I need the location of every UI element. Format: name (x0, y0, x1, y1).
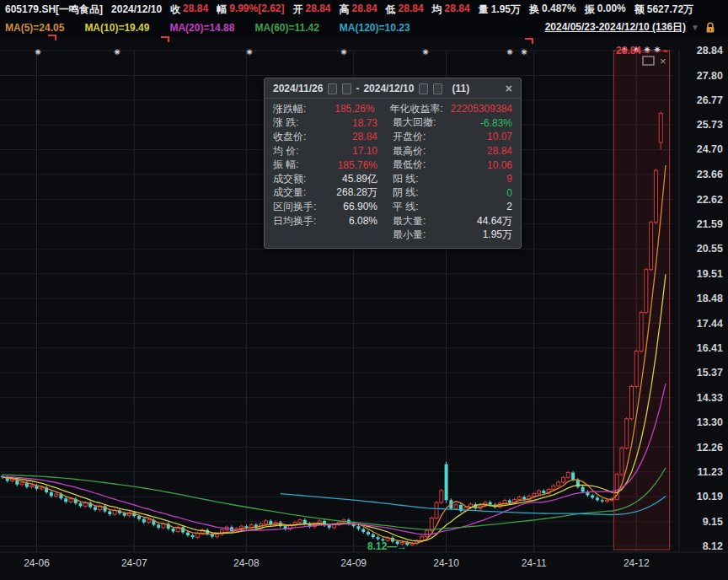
candle-body-down (50, 492, 53, 497)
candle-body-down (361, 529, 365, 532)
candle-body-down (601, 500, 604, 501)
stat-label: 涨 跌: (273, 115, 325, 130)
stat-value: 18.73 (325, 117, 377, 129)
range-end-date: 2024/12/10 (363, 83, 414, 94)
candle-body-up (629, 386, 633, 418)
stat-value: 0 (455, 187, 512, 199)
x-axis-tick-label[interactable]: 24-06 (24, 557, 50, 569)
candle-body-down (367, 532, 370, 534)
candle-body-down (581, 487, 585, 492)
candle-body-up (20, 483, 24, 485)
stat-label: 均 价: (273, 144, 325, 158)
candle-body-down (356, 526, 360, 529)
y-axis-tick-label: 25.73 (697, 119, 723, 131)
candle-body-up (435, 502, 438, 518)
y-axis-tick-label: 21.59 (697, 218, 723, 230)
candle-body-up (30, 486, 34, 487)
candle-body-down (108, 512, 111, 514)
y-axis-tick-label: 11.23 (697, 466, 723, 478)
candle-body-down (94, 507, 97, 509)
stat-label: 最小量: (393, 228, 455, 242)
stat-value: 10.07 (455, 131, 512, 142)
x-axis-tick-label[interactable]: 24-11 (522, 557, 547, 569)
high-price-flag: 28.84→ (616, 45, 651, 56)
stats-row: 最小量:1.95万 (273, 228, 512, 242)
asterisk-marker: ✳ (114, 48, 120, 56)
y-axis-tick-label: 23.66 (697, 169, 723, 180)
candle-body-up (538, 491, 541, 493)
stats-row: 均 价:17.10最高价:28.84 (273, 144, 512, 158)
x-axis-tick-label[interactable]: 24-10 (433, 557, 459, 569)
close-icon[interactable]: × (504, 83, 514, 94)
stat-label: 最高价: (393, 144, 455, 158)
ma-line-20 (3, 384, 666, 534)
stats-row: 日均换手:6.08%最大量:44.64万 (273, 214, 512, 228)
candle-body-up (557, 482, 560, 486)
candle-body-down (542, 491, 545, 493)
stats-row: 成交额:45.89亿阳 线:9 (273, 172, 512, 186)
y-axis-tick-label: 20.55 (697, 243, 723, 255)
y-axis-tick-label: 18.48 (697, 293, 723, 304)
x-axis-tick-label[interactable]: 24-07 (121, 557, 147, 569)
stat-value: 28.84 (325, 131, 377, 142)
candle-body-up (430, 518, 433, 531)
candle-body-up (625, 419, 629, 448)
x-axis-tick-label[interactable]: 24-09 (340, 557, 367, 569)
candle-body-up (69, 499, 72, 502)
stats-row: 涨跌幅:185.26%年化收益率:22205309384 (273, 102, 512, 116)
y-axis-tick-label: 14.33 (697, 392, 723, 404)
candle-body-down (137, 516, 141, 518)
asterisk-marker: ✳ (506, 48, 513, 56)
x-axis-tick-label[interactable]: 24-08 (233, 557, 260, 569)
stat-label: 日均换手: (273, 214, 325, 228)
candle-body-up (659, 114, 662, 142)
y-axis-tick-label: 12.26 (697, 442, 723, 454)
candle-body-down (123, 513, 126, 516)
asterisk-marker: ✳ (340, 48, 347, 56)
candle-body-down (157, 524, 160, 527)
candle-body-up (55, 494, 58, 496)
candle-body-up (11, 480, 14, 481)
range-stats-panel-body: 涨跌幅:185.26%年化收益率:22205309384涨 跌:18.73最大回… (265, 99, 521, 248)
stat-label: 阳 线: (393, 172, 455, 186)
range-stats-panel: 2024/11/26 - 2024/12/10 (11) × 涨跌幅:185.2… (264, 78, 522, 249)
stats-row: 涨 跌:18.73最大回撤:-6.83% (273, 116, 512, 131)
stats-row: 收盘价:28.84开盘价:10.07 (273, 130, 512, 144)
stat-value: 44.64万 (455, 214, 512, 228)
stat-label: 阴 线: (393, 185, 455, 200)
stat-value: 17.10 (325, 145, 377, 157)
candle-body-down (79, 503, 83, 506)
stat-value: 66.90% (325, 201, 377, 212)
candle-body-up (517, 497, 521, 500)
asterisk-marker: ✳ (246, 48, 253, 56)
candle-body-up (147, 520, 151, 523)
candle-body-up (654, 170, 657, 223)
candle-body-down (445, 465, 448, 501)
stat-label: 成交量: (273, 185, 325, 200)
candle-body-up (195, 534, 199, 538)
candle-body-down (172, 529, 175, 531)
y-axis-tick-label: 24.70 (697, 143, 723, 155)
date-stepper-icon[interactable] (433, 83, 442, 94)
candle-body-up (634, 351, 638, 386)
y-axis-tick-label: 8.12 (703, 540, 723, 552)
asterisk-marker: ✳ (35, 48, 41, 56)
candle-body-down (508, 501, 511, 503)
date-stepper-icon[interactable] (328, 83, 337, 94)
stat-label: 最大量: (393, 214, 455, 228)
low-price-annotation: 8.12—→ (367, 540, 407, 552)
stat-value: 185.76% (325, 159, 377, 171)
range-separator: - (356, 83, 359, 94)
stat-label: 涨跌幅: (273, 102, 324, 116)
date-stepper-icon[interactable] (419, 83, 428, 94)
x-axis-tick-label[interactable]: 24-12 (624, 557, 650, 569)
stat-value: -6.83% (455, 117, 512, 129)
box-delete-icon[interactable]: × (660, 55, 666, 67)
candle-body-down (186, 533, 190, 535)
stat-value: 1.95万 (455, 228, 512, 242)
date-stepper-icon[interactable] (342, 83, 351, 94)
stats-row: 振 幅:185.76%最低价:10.06 (273, 158, 512, 172)
candle-body-up (298, 520, 302, 523)
y-axis-tick-label: 13.30 (697, 416, 723, 428)
stat-value: 10.06 (455, 159, 512, 171)
